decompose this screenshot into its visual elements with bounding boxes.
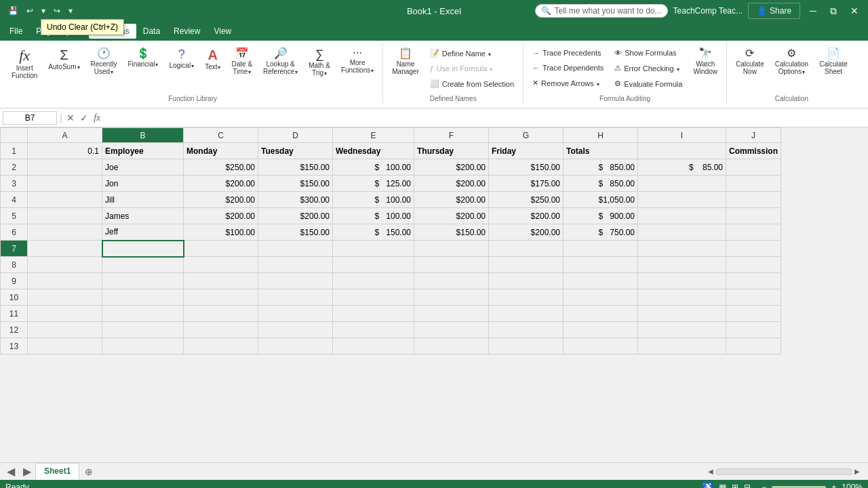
col-header-g[interactable]: G: [489, 128, 564, 143]
row-header-8[interactable]: 8: [1, 257, 28, 273]
cell-j7[interactable]: [726, 241, 781, 257]
create-from-selection-button[interactable]: ⬜ Create from Selection: [425, 77, 519, 91]
page-break-view-button[interactable]: ⊟: [744, 483, 751, 488]
cell-b4[interactable]: Jill: [102, 192, 184, 208]
menu-data[interactable]: Data: [136, 24, 167, 39]
cell-e7[interactable]: [333, 241, 414, 257]
col-header-i[interactable]: I: [638, 128, 726, 143]
cell-f4[interactable]: $200.00: [414, 192, 489, 208]
cell-c4[interactable]: $200.00: [184, 192, 258, 208]
menu-view[interactable]: View: [207, 24, 238, 39]
cell-j2[interactable]: [726, 159, 781, 176]
watch-window-button[interactable]: 🔭 WatchWindow: [688, 45, 722, 79]
scroll-tabs-left[interactable]: ◀: [3, 464, 19, 479]
col-header-d[interactable]: D: [258, 128, 333, 143]
cell-reference-box[interactable]: [3, 111, 57, 125]
cell-g4[interactable]: $250.00: [489, 192, 564, 208]
save-qat-button[interactable]: 💾: [5, 5, 21, 17]
tell-me-bar[interactable]: 🔍 Tell me what you want to do...: [535, 4, 667, 18]
cell-c7[interactable]: [184, 241, 258, 257]
row-header-3[interactable]: 3: [1, 176, 28, 192]
cancel-formula-button[interactable]: ✕: [65, 113, 76, 123]
cell-g6[interactable]: $200.00: [489, 224, 564, 241]
cell-i6[interactable]: [638, 224, 726, 241]
row-header-9[interactable]: 9: [1, 273, 28, 289]
undo-qat-button[interactable]: ↩: [24, 5, 36, 17]
cell-i2[interactable]: $ 85.00: [638, 159, 726, 176]
col-header-f[interactable]: F: [414, 128, 489, 143]
cell-f7[interactable]: [414, 241, 489, 257]
redo-qat-button[interactable]: ↪: [51, 5, 63, 17]
cell-e4[interactable]: $ 100.00: [333, 192, 414, 208]
calculation-options-button[interactable]: ⚙ CalculationOptions▾: [770, 45, 813, 79]
row-header-4[interactable]: 4: [1, 192, 28, 208]
customize-qat-button[interactable]: ▾: [66, 5, 75, 17]
calculate-sheet-button[interactable]: 📄 CalculateSheet: [814, 45, 852, 79]
cell-a7[interactable]: [28, 241, 102, 257]
col-header-h[interactable]: H: [564, 128, 638, 143]
add-sheet-button[interactable]: ⊕: [79, 464, 98, 480]
horizontal-scrollbar[interactable]: [716, 468, 852, 475]
cell-b6[interactable]: Jeff: [102, 224, 184, 241]
formula-input[interactable]: [104, 112, 865, 124]
cell-e5[interactable]: $ 100.00: [333, 208, 414, 224]
row-header-7[interactable]: 7: [1, 241, 28, 257]
cell-a5[interactable]: [28, 208, 102, 224]
row-header-1[interactable]: 1: [1, 143, 28, 159]
cell-a2[interactable]: [28, 159, 102, 176]
cell-f3[interactable]: $200.00: [414, 176, 489, 192]
scroll-tabs-right[interactable]: ▶: [19, 464, 35, 479]
cell-c3[interactable]: $200.00: [184, 176, 258, 192]
cell-h3[interactable]: $ 850.00: [564, 176, 638, 192]
cell-c5[interactable]: $200.00: [184, 208, 258, 224]
row-header-5[interactable]: 5: [1, 208, 28, 224]
cell-a6[interactable]: [28, 224, 102, 241]
show-formulas-button[interactable]: 👁 Show Formulas: [610, 46, 687, 60]
row-header-12[interactable]: 12: [1, 322, 28, 338]
more-functions-button[interactable]: ⋯ MoreFunctions▾: [336, 45, 378, 77]
cell-g5[interactable]: $200.00: [489, 208, 564, 224]
cell-d4[interactable]: $300.00: [258, 192, 333, 208]
remove-arrows-button[interactable]: ✕ Remove Arrows ▾: [528, 76, 608, 90]
cell-d6[interactable]: $150.00: [258, 224, 333, 241]
scroll-left-button[interactable]: ◀: [708, 468, 713, 475]
lookup-reference-button[interactable]: 🔎 Lookup &Reference▾: [258, 45, 302, 79]
sheet-tab-sheet1[interactable]: Sheet1: [35, 463, 79, 480]
normal-view-button[interactable]: ▦: [719, 483, 726, 488]
autosum-button[interactable]: Σ AutoSum▾: [43, 45, 84, 74]
menu-review[interactable]: Review: [167, 24, 207, 39]
insert-function-formula-button[interactable]: fx: [92, 113, 102, 123]
col-header-b[interactable]: B: [102, 128, 184, 143]
cell-e6[interactable]: $ 150.00: [333, 224, 414, 241]
zoom-out-button[interactable]: −: [762, 483, 766, 488]
cell-f5[interactable]: $200.00: [414, 208, 489, 224]
cell-h2[interactable]: $ 850.00: [564, 159, 638, 176]
trace-dependents-button[interactable]: ← Trace Dependents: [528, 61, 608, 75]
page-layout-view-button[interactable]: ⊞: [732, 483, 738, 488]
use-in-formula-button[interactable]: ƒ Use in Formula ▾: [425, 62, 519, 75]
logical-button[interactable]: ? Logical▾: [164, 45, 199, 73]
cell-g1[interactable]: Friday: [489, 143, 564, 159]
undo-dropdown-button[interactable]: ▾: [39, 5, 48, 17]
row-header-13[interactable]: 13: [1, 338, 28, 354]
cell-a3[interactable]: [28, 176, 102, 192]
cell-e3[interactable]: $ 125.00: [333, 176, 414, 192]
cell-d1[interactable]: Tuesday: [258, 143, 333, 159]
cell-i1[interactable]: [638, 143, 726, 159]
col-header-a[interactable]: A: [28, 128, 102, 143]
error-checking-button[interactable]: ⚠ Error Checking ▾: [610, 61, 687, 75]
cell-h6[interactable]: $ 750.00: [564, 224, 638, 241]
financial-button[interactable]: 💲 Financial▾: [123, 45, 163, 71]
math-trig-button[interactable]: ∑ Math &Trig▾: [304, 45, 335, 80]
grid-wrapper[interactable]: A B C D E F G H I J 1: [0, 127, 868, 462]
cell-f1[interactable]: Thursday: [414, 143, 489, 159]
row-header-6[interactable]: 6: [1, 224, 28, 241]
cell-h5[interactable]: $ 900.00: [564, 208, 638, 224]
col-header-j[interactable]: J: [726, 128, 781, 143]
cell-d7[interactable]: [258, 241, 333, 257]
cell-f6[interactable]: $150.00: [414, 224, 489, 241]
cell-d2[interactable]: $150.00: [258, 159, 333, 176]
share-button[interactable]: 👤 Share: [748, 3, 800, 19]
recently-used-button[interactable]: 🕐 RecentlyUsed▾: [86, 45, 122, 79]
cell-j4[interactable]: [726, 192, 781, 208]
